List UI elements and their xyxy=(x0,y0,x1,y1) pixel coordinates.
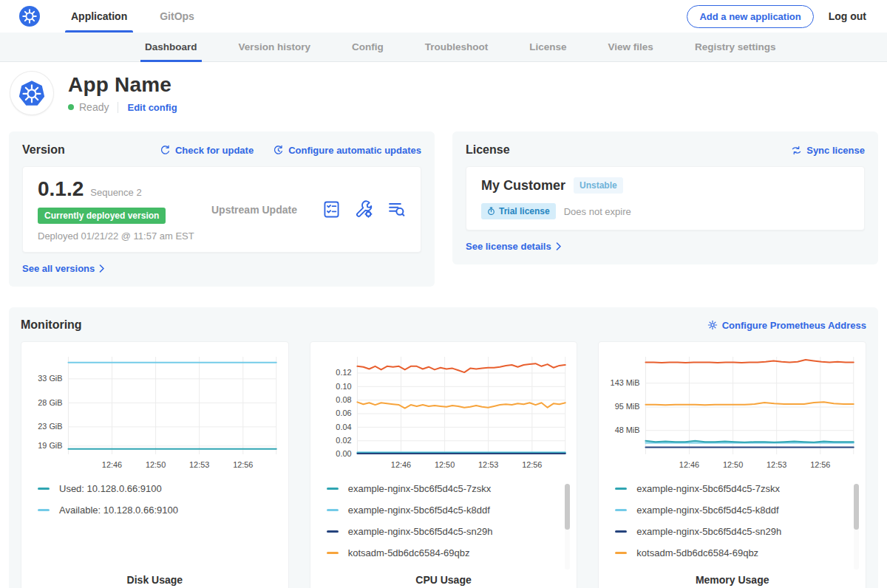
cpu-usage-chart: 0.120.100.080.060.040.020.0012:4612:5012… xyxy=(316,351,571,475)
channel-badge: Unstable xyxy=(574,177,623,194)
license-type-label: Trial license xyxy=(499,206,550,216)
legend-swatch xyxy=(615,509,627,511)
scrollbar-thumb[interactable] xyxy=(854,484,859,530)
svg-text:0.10: 0.10 xyxy=(336,382,351,391)
memory-usage-legend: example-nginx-5bc6f5d4c5-7zskxexample-ng… xyxy=(615,478,860,564)
check-for-update-label: Check for update xyxy=(175,145,254,156)
logout-link[interactable]: Log out xyxy=(829,10,866,22)
disk-usage-legend: Used: 10.128.0.66:9100Available: 10.128.… xyxy=(38,478,282,521)
svg-text:0.04: 0.04 xyxy=(336,423,351,431)
legend-item: example-nginx-5bc6f5d4c5-sn29h xyxy=(615,521,860,542)
svg-text:12:53: 12:53 xyxy=(478,460,498,469)
app-header: App Name Ready Edit config xyxy=(0,62,887,127)
see-license-details-label: See license details xyxy=(466,241,551,252)
chart-card-memory-usage: 143 MiB95 MiB48 MiB12:4612:5012:5312:56 … xyxy=(598,341,866,588)
subnav-tab-label: Registry settings xyxy=(695,41,776,52)
legend-label: example-nginx-5bc6f5d4c5-7zskx xyxy=(348,483,492,494)
legend-swatch xyxy=(38,488,50,490)
license-expiry: Does not expire xyxy=(564,206,631,217)
legend-label: Available: 10.128.0.66:9100 xyxy=(59,505,178,516)
svg-text:12:46: 12:46 xyxy=(102,460,122,469)
app-subnav: Dashboard Version history Config Trouble… xyxy=(0,33,887,62)
see-all-versions-link[interactable]: See all versions xyxy=(22,263,105,274)
deployed-timestamp: Deployed 01/21/22 @ 11:57 am EST xyxy=(38,230,211,242)
subnav-tab-label: Troubleshoot xyxy=(425,41,489,52)
legend-item: example-nginx-5bc6f5d4c5-k8ddf xyxy=(327,499,571,521)
svg-text:143 MiB: 143 MiB xyxy=(611,378,640,387)
svg-text:12:50: 12:50 xyxy=(723,460,743,469)
subnav-tab-label: Config xyxy=(352,41,384,52)
svg-text:0.00: 0.00 xyxy=(336,449,351,458)
sync-license-label: Sync license xyxy=(806,145,865,156)
legend-label: kotsadm-5db6dc6584-69qbz xyxy=(636,547,758,558)
legend-label: Used: 10.128.0.66:9100 xyxy=(59,483,162,494)
config-wrench-icon[interactable] xyxy=(355,200,373,219)
svg-text:12:56: 12:56 xyxy=(233,460,253,469)
check-for-update-link[interactable]: Check for update xyxy=(160,145,254,156)
subnav-tab-dashboard[interactable]: Dashboard xyxy=(140,33,202,61)
license-card-title: License xyxy=(466,143,510,157)
svg-text:28 GiB: 28 GiB xyxy=(38,398,62,407)
svg-text:12:56: 12:56 xyxy=(811,460,831,469)
legend-label: example-nginx-5bc6f5d4c5-7zskx xyxy=(636,483,780,494)
deployed-version-badge: Currently deployed version xyxy=(38,208,166,224)
legend-label: example-nginx-5bc6f5d4c5-k8ddf xyxy=(636,505,778,516)
legend-scrollbar[interactable] xyxy=(854,484,859,570)
monitoring-section: Monitoring Configure Prometheus Address … xyxy=(9,307,878,588)
svg-text:12:50: 12:50 xyxy=(435,460,455,469)
chevron-right-icon xyxy=(99,264,105,273)
svg-text:12:46: 12:46 xyxy=(679,460,699,469)
status-dot xyxy=(68,104,74,110)
svg-text:12:53: 12:53 xyxy=(189,460,209,469)
svg-text:0.02: 0.02 xyxy=(336,436,351,445)
preflight-checks-icon[interactable] xyxy=(322,200,341,219)
subnav-tab-view-files[interactable]: View files xyxy=(604,33,658,61)
version-number: 0.1.2 xyxy=(38,177,84,201)
subnav-tab-label: View files xyxy=(608,41,653,52)
topnav-spacer xyxy=(221,0,687,33)
chart-title: Memory Usage xyxy=(605,564,860,586)
legend-item: example-nginx-5bc6f5d4c5-7zskx xyxy=(327,478,571,499)
subnav-tab-version-history[interactable]: Version history xyxy=(234,33,316,61)
version-sequence: Sequence 2 xyxy=(90,187,141,198)
deploy-logs-icon[interactable] xyxy=(387,200,406,219)
configure-automatic-updates-link[interactable]: Configure automatic updates xyxy=(273,145,421,156)
app-status: Ready xyxy=(79,101,109,113)
edit-config-link[interactable]: Edit config xyxy=(127,102,177,113)
chart-title: Disk Usage xyxy=(27,564,282,586)
memory-usage-chart: 143 MiB95 MiB48 MiB12:4612:5012:5312:56 xyxy=(605,351,860,475)
legend-item: example-nginx-5bc6f5d4c5-sn29h xyxy=(327,521,571,542)
legend-swatch xyxy=(327,530,339,533)
chart-card-cpu-usage: 0.120.100.080.060.040.020.0012:4612:5012… xyxy=(310,341,578,588)
legend-item: kotsadm-5db6dc6584-69qbz xyxy=(327,542,571,564)
disk-usage-chart: 33 GiB28 GiB23 GiB19 GiB12:4612:5012:531… xyxy=(27,351,282,475)
subnav-tab-license[interactable]: License xyxy=(525,33,571,61)
tab-application[interactable]: Application xyxy=(65,0,133,33)
version-source-label: Upstream Update xyxy=(211,204,322,216)
page-title: App Name xyxy=(68,73,177,97)
svg-text:12:56: 12:56 xyxy=(522,460,542,469)
legend-swatch xyxy=(615,552,627,554)
refresh-icon xyxy=(160,145,171,156)
sync-license-link[interactable]: Sync license xyxy=(791,145,865,156)
add-application-button[interactable]: Add a new application xyxy=(687,5,813,28)
configure-prometheus-link[interactable]: Configure Prometheus Address xyxy=(707,320,866,331)
legend-scrollbar[interactable] xyxy=(565,484,570,570)
svg-text:0.08: 0.08 xyxy=(336,395,351,404)
tab-gitops[interactable]: GitOps xyxy=(154,0,200,33)
legend-swatch xyxy=(327,509,339,511)
scrollbar-thumb[interactable] xyxy=(565,484,570,530)
subnav-tab-troubleshoot[interactable]: Troubleshoot xyxy=(421,33,493,61)
see-license-details-link[interactable]: See license details xyxy=(466,241,562,252)
subnav-tab-registry-settings[interactable]: Registry settings xyxy=(690,33,781,61)
svg-text:33 GiB: 33 GiB xyxy=(38,374,62,383)
cpu-usage-legend: example-nginx-5bc6f5d4c5-7zskxexample-ng… xyxy=(327,478,571,564)
legend-item: Used: 10.128.0.66:9100 xyxy=(38,478,282,499)
svg-text:12:53: 12:53 xyxy=(767,460,786,469)
subnav-tab-label: Version history xyxy=(239,41,311,52)
stopwatch-icon xyxy=(487,207,495,216)
auto-update-clock-icon xyxy=(273,145,284,156)
svg-text:19 GiB: 19 GiB xyxy=(38,441,62,450)
version-card-title: Version xyxy=(22,143,65,157)
subnav-tab-config[interactable]: Config xyxy=(347,33,388,61)
